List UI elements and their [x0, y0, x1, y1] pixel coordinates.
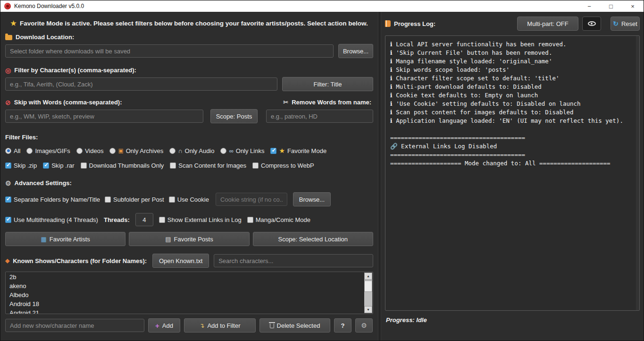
reset-button[interactable]: ↻ Reset: [611, 17, 640, 31]
list-item[interactable]: Albedo: [6, 290, 363, 299]
character-filter-input[interactable]: [5, 77, 277, 91]
log-line: ==================== Mode changed to: Al…: [390, 159, 635, 168]
favorite-mode-banner: ★ Favorite Mode is active. Please select…: [5, 19, 373, 27]
banner-text: Favorite Mode is active. Please select f…: [20, 20, 368, 27]
skip-words-input[interactable]: [5, 110, 203, 123]
checkbox-mark: [270, 148, 276, 154]
add-button[interactable]: + Add: [148, 318, 180, 332]
open-known-txt-button[interactable]: Open Known.txt: [152, 254, 209, 268]
close-button[interactable]: ×: [622, 0, 644, 12]
list-item[interactable]: Android 21: [6, 308, 363, 314]
list-item[interactable]: akeno: [6, 281, 363, 290]
titlebar: Kemono Downloader v5.0.0 − □ ×: [0, 0, 644, 12]
skip-zip-checkbox[interactable]: Skip .zip: [5, 162, 37, 169]
skip-words-label: Skip with Words (comma-separated):: [14, 99, 122, 106]
favorite-mode-checkbox[interactable]: ★ Favorite Mode: [270, 147, 326, 154]
minimize-button[interactable]: −: [578, 0, 600, 12]
download-location-label: Download Location:: [16, 34, 74, 41]
scroll-down-button[interactable]: ▼: [364, 306, 372, 313]
show-external-links-checkbox[interactable]: Show External Links in Log: [159, 216, 242, 223]
radio-label: Only Links: [236, 147, 265, 154]
settings-button[interactable]: ⚙: [355, 318, 373, 332]
artists-icon: ▦: [41, 236, 47, 243]
add-to-filter-label: Add to Filter: [207, 322, 240, 329]
log-scrollbar[interactable]: [636, 36, 639, 310]
checkbox-mark: [247, 217, 253, 223]
use-cookie-checkbox[interactable]: Use Cookie: [169, 196, 209, 203]
scan-content-checkbox[interactable]: Scan Content for Images: [170, 162, 246, 169]
scope-selected-location-button[interactable]: Scope: Selected Location: [253, 232, 373, 246]
scroll-thumb[interactable]: [364, 281, 372, 292]
browse-download-button[interactable]: Browse...: [338, 44, 373, 58]
threads-input[interactable]: [135, 213, 153, 226]
checkbox-label: Download Thumbnails Only: [89, 162, 164, 169]
search-characters-input[interactable]: [214, 254, 373, 267]
list-item[interactable]: Android 18: [6, 299, 363, 308]
download-location-input[interactable]: [5, 44, 334, 58]
remove-words-input[interactable]: [266, 110, 373, 123]
list-scrollbar[interactable]: ▲ ▼: [364, 273, 372, 313]
cookie-string-input[interactable]: [216, 193, 287, 206]
compress-webp-checkbox[interactable]: Compress to WebP: [252, 162, 314, 169]
maximize-button[interactable]: □: [600, 0, 622, 12]
download-location-section: Download Location:: [5, 34, 373, 41]
subfolder-per-post-checkbox[interactable]: Subfolder per Post: [105, 196, 164, 203]
radio-only-audio[interactable]: ∩ Only Audio: [169, 147, 214, 154]
scroll-up-button[interactable]: ▲: [364, 273, 372, 280]
no-entry-icon: ⊘: [5, 99, 11, 106]
folder-icon: [5, 35, 12, 40]
log-line: ℹ Manga filename style loaded: 'original…: [390, 57, 635, 66]
favorite-posts-button[interactable]: ▤ Favorite Posts: [129, 232, 249, 246]
eye-button[interactable]: [582, 17, 601, 31]
known-characters-label: Known Shows/Characters (for Folder Names…: [13, 257, 147, 264]
radio-videos[interactable]: Videos: [76, 147, 104, 154]
app-window: Kemono Downloader v5.0.0 − □ × ★ Favorit…: [0, 0, 644, 341]
separate-folders-checkbox[interactable]: Separate Folders by Name/Title: [5, 196, 100, 203]
checkbox-label: Use Multithreading (4 Threads): [14, 216, 98, 223]
gear-icon: ⚙: [5, 180, 11, 187]
log-line: ℹ Skip words scope loaded: 'posts': [390, 66, 635, 74]
help-button[interactable]: ?: [334, 318, 351, 332]
archive-icon: ▣: [118, 147, 123, 154]
star-icon: ★: [279, 147, 285, 154]
delete-selected-button[interactable]: Delete Selected: [259, 318, 330, 332]
panel-splitter[interactable]: [378, 12, 381, 341]
radio-images-gifs[interactable]: Images/GIFs: [26, 147, 70, 154]
radio-only-archives[interactable]: ▣ Only Archives: [109, 147, 163, 154]
progress-log[interactable]: ℹ Local API server functionality has bee…: [385, 35, 640, 311]
log-line: ======================================: [390, 134, 635, 142]
browse-cookie-button[interactable]: Browse...: [293, 192, 331, 206]
checkbox-mark: [5, 217, 11, 223]
favorite-artists-button[interactable]: ▦ Favorite Artists: [5, 232, 125, 246]
radio-all[interactable]: All: [5, 147, 20, 154]
left-panel: ★ Favorite Mode is active. Please select…: [0, 12, 378, 341]
character-filter-label: Filter by Character(s) (comma-separated)…: [14, 67, 136, 74]
headphones-icon: ∩: [178, 147, 182, 154]
manga-mode-checkbox[interactable]: Manga/Comic Mode: [247, 216, 310, 223]
log-line: ℹ Local API server functionality has bee…: [390, 40, 635, 49]
advanced-settings-section: ⚙ Advanced Settings:: [5, 179, 373, 187]
radio-mark: [169, 148, 176, 154]
checkbox-mark: [43, 162, 49, 169]
multipart-toggle-button[interactable]: Multi-part: OFF: [517, 17, 578, 31]
list-item[interactable]: 2b: [6, 273, 363, 281]
skip-scope-button[interactable]: Scope: Posts: [210, 109, 258, 123]
radio-only-links[interactable]: ∞ Only Links: [220, 147, 264, 154]
skip-rar-checkbox[interactable]: Skip .rar: [43, 162, 74, 169]
log-line: ℹ Multi-part download defaults to: Disab…: [390, 83, 635, 91]
thumbnails-only-checkbox[interactable]: Download Thumbnails Only: [81, 162, 164, 169]
radio-label: Only Archives: [126, 147, 163, 154]
multithreading-checkbox[interactable]: Use Multithreading (4 Threads): [5, 216, 98, 223]
checkbox-mark: [5, 162, 11, 169]
checkbox-label: Compress to WebP: [261, 162, 314, 169]
list-items: 2b akeno Albedo Android 18 Android 21: [6, 273, 363, 314]
delete-selected-label: Delete Selected: [277, 322, 320, 329]
add-character-input[interactable]: [5, 319, 144, 332]
filter-scope-button[interactable]: Filter: Title: [282, 77, 373, 91]
scroll-track[interactable]: [364, 280, 372, 306]
add-to-filter-button[interactable]: ↴ Add to Filter: [184, 318, 256, 332]
known-characters-list[interactable]: 2b akeno Albedo Android 18 Android 21 ▲ …: [5, 272, 373, 314]
scope-location-label: Scope: Selected Location: [278, 236, 348, 243]
log-line: ℹ Application language loaded: 'EN' (UI …: [390, 117, 635, 125]
favorite-artists-label: Favorite Artists: [50, 236, 90, 243]
